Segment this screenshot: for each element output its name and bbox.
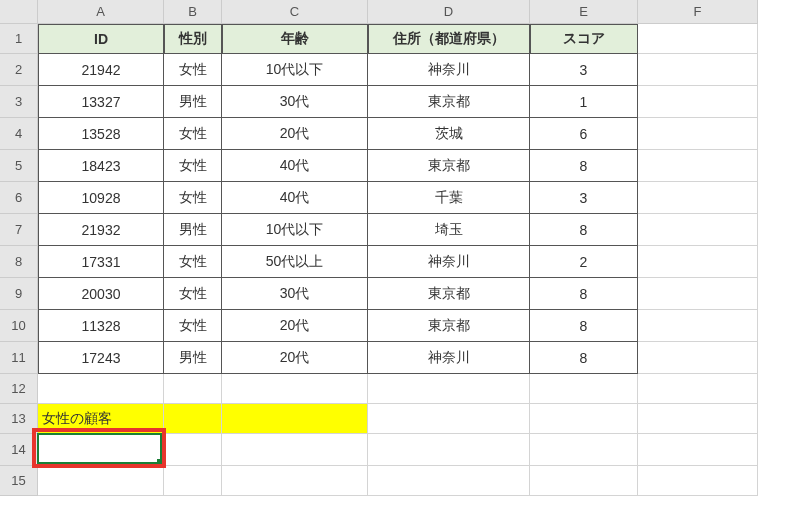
table-cell[interactable]: 埼玉 — [368, 214, 530, 246]
cell-blank[interactable] — [530, 404, 638, 434]
table-cell[interactable]: 20代 — [222, 342, 368, 374]
table-cell[interactable]: 茨城 — [368, 118, 530, 150]
column-header-D[interactable]: D — [368, 0, 530, 24]
cell-blank[interactable] — [638, 310, 758, 342]
cell-blank[interactable] — [638, 278, 758, 310]
table-cell[interactable]: 男性 — [164, 86, 222, 118]
cell-blank[interactable] — [222, 434, 368, 466]
row-header-15[interactable]: 15 — [0, 466, 38, 496]
select-all-corner[interactable] — [0, 0, 38, 24]
cell-blank[interactable] — [368, 434, 530, 466]
table-header-cell[interactable]: 住所（都道府県） — [368, 24, 530, 54]
table-cell[interactable]: 千葉 — [368, 182, 530, 214]
cell-blank[interactable] — [38, 466, 164, 496]
table-cell[interactable]: 東京都 — [368, 86, 530, 118]
table-cell[interactable]: 20代 — [222, 118, 368, 150]
cell-blank[interactable] — [638, 466, 758, 496]
cell-blank[interactable] — [368, 466, 530, 496]
table-cell[interactable]: 東京都 — [368, 150, 530, 182]
cell-blank[interactable] — [638, 150, 758, 182]
table-cell[interactable]: 50代以上 — [222, 246, 368, 278]
table-header-cell[interactable]: 年齢 — [222, 24, 368, 54]
cell-blank[interactable] — [530, 374, 638, 404]
cell-blank[interactable] — [638, 214, 758, 246]
column-header-C[interactable]: C — [222, 0, 368, 24]
label-female-customers[interactable]: 女性の顧客 — [38, 404, 164, 434]
table-header-cell[interactable]: スコア — [530, 24, 638, 54]
table-cell[interactable]: 8 — [530, 310, 638, 342]
cell-blank[interactable] — [38, 374, 164, 404]
cell-blank[interactable] — [638, 182, 758, 214]
table-cell[interactable]: 女性 — [164, 182, 222, 214]
table-cell[interactable]: 40代 — [222, 182, 368, 214]
table-cell[interactable]: 17243 — [38, 342, 164, 374]
cell-blank[interactable] — [638, 86, 758, 118]
table-cell[interactable]: 20030 — [38, 278, 164, 310]
row-header-6[interactable]: 6 — [0, 182, 38, 214]
table-cell[interactable]: 10代以下 — [222, 214, 368, 246]
row-header-13[interactable]: 13 — [0, 404, 38, 434]
row-header-9[interactable]: 9 — [0, 278, 38, 310]
table-cell[interactable]: 30代 — [222, 86, 368, 118]
table-cell[interactable]: 1 — [530, 86, 638, 118]
table-cell[interactable]: 2 — [530, 246, 638, 278]
table-cell[interactable]: 11328 — [38, 310, 164, 342]
row-header-14[interactable]: 14 — [0, 434, 38, 466]
table-header-cell[interactable]: 性別 — [164, 24, 222, 54]
table-cell[interactable]: 6 — [530, 118, 638, 150]
table-cell[interactable]: 女性 — [164, 54, 222, 86]
table-cell[interactable]: 8 — [530, 150, 638, 182]
cell-blank[interactable] — [38, 434, 164, 466]
cell-blank[interactable] — [638, 404, 758, 434]
column-header-A[interactable]: A — [38, 0, 164, 24]
row-header-10[interactable]: 10 — [0, 310, 38, 342]
table-cell[interactable]: 21932 — [38, 214, 164, 246]
column-header-B[interactable]: B — [164, 0, 222, 24]
table-cell[interactable]: 東京都 — [368, 310, 530, 342]
cell-blank[interactable] — [222, 466, 368, 496]
cell-blank[interactable] — [638, 24, 758, 54]
table-cell[interactable]: 東京都 — [368, 278, 530, 310]
table-cell[interactable]: 17331 — [38, 246, 164, 278]
row-header-1[interactable]: 1 — [0, 24, 38, 54]
row-header-12[interactable]: 12 — [0, 374, 38, 404]
row-header-11[interactable]: 11 — [0, 342, 38, 374]
cell-blank[interactable] — [222, 374, 368, 404]
table-cell[interactable]: 3 — [530, 182, 638, 214]
cell-blank[interactable] — [164, 434, 222, 466]
cell-blank[interactable] — [638, 246, 758, 278]
table-cell[interactable]: 8 — [530, 278, 638, 310]
row-header-8[interactable]: 8 — [0, 246, 38, 278]
row-header-4[interactable]: 4 — [0, 118, 38, 150]
table-cell[interactable]: 30代 — [222, 278, 368, 310]
cell-blank[interactable] — [638, 374, 758, 404]
cell-blank[interactable] — [530, 434, 638, 466]
table-cell[interactable]: 男性 — [164, 214, 222, 246]
table-cell[interactable]: 女性 — [164, 310, 222, 342]
table-cell[interactable]: 女性 — [164, 150, 222, 182]
column-header-E[interactable]: E — [530, 0, 638, 24]
table-cell[interactable]: 女性 — [164, 278, 222, 310]
cell-blank[interactable] — [164, 374, 222, 404]
cell-blank[interactable] — [638, 342, 758, 374]
table-cell[interactable]: 13327 — [38, 86, 164, 118]
cell-blank[interactable] — [368, 404, 530, 434]
table-cell[interactable]: 神奈川 — [368, 246, 530, 278]
row-header-2[interactable]: 2 — [0, 54, 38, 86]
row-header-3[interactable]: 3 — [0, 86, 38, 118]
table-cell[interactable]: 18423 — [38, 150, 164, 182]
table-cell[interactable]: 女性 — [164, 118, 222, 150]
table-cell[interactable]: 8 — [530, 342, 638, 374]
cell-blank[interactable] — [638, 54, 758, 86]
table-cell[interactable]: 20代 — [222, 310, 368, 342]
cell-blank[interactable] — [638, 434, 758, 466]
cell-blank[interactable] — [638, 118, 758, 150]
cell-blank[interactable] — [368, 374, 530, 404]
table-cell[interactable]: 男性 — [164, 342, 222, 374]
table-cell[interactable]: 8 — [530, 214, 638, 246]
cell-blank[interactable] — [164, 466, 222, 496]
column-header-F[interactable]: F — [638, 0, 758, 24]
table-cell[interactable]: 3 — [530, 54, 638, 86]
table-cell[interactable]: 神奈川 — [368, 54, 530, 86]
table-cell[interactable]: 神奈川 — [368, 342, 530, 374]
